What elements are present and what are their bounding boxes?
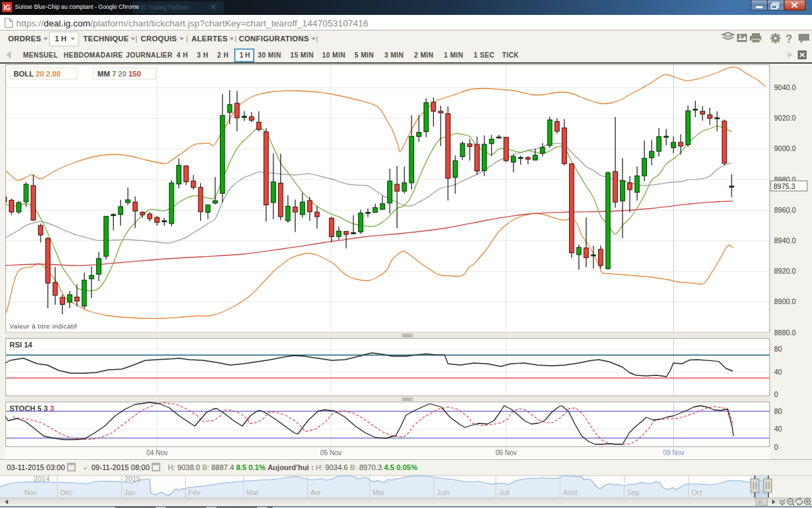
svg-text:8975.3: 8975.3	[773, 182, 795, 190]
svg-text:9020.0: 9020.0	[774, 114, 796, 122]
svg-text:03-11-2015 03:00: 03-11-2015 03:00	[7, 463, 65, 471]
svg-text:?: ?	[786, 33, 792, 45]
svg-text:8880.0: 8880.0	[774, 329, 796, 337]
svg-text:Août: Août	[563, 488, 578, 496]
svg-text:Juin: Juin	[436, 488, 449, 496]
svg-text:1 H: 1 H	[240, 51, 250, 59]
svg-text:RSI 14: RSI 14	[9, 341, 33, 349]
svg-text:80: 80	[774, 345, 782, 353]
svg-text:https://deal.ig.com/platform/c: https://deal.ig.com/platform/chart/tickc…	[16, 18, 368, 28]
svg-text:|: |	[135, 35, 137, 43]
svg-text:1 H: 1 H	[55, 35, 66, 43]
svg-text:9040.0: 9040.0	[774, 83, 796, 91]
svg-text:-: -	[84, 463, 87, 471]
svg-text:ORDRES: ORDRES	[8, 35, 41, 43]
svg-text:2014: 2014	[34, 475, 50, 483]
svg-text:CROQUIS: CROQUIS	[141, 35, 177, 43]
svg-text:Oct: Oct	[692, 488, 702, 496]
svg-text:5 MIN: 5 MIN	[355, 51, 374, 59]
svg-text:40: 40	[774, 368, 782, 376]
svg-text:ALERTES: ALERTES	[191, 35, 227, 43]
svg-text:H: 9038.0 B: 8887.4 8.5 0.1: H: 9038.0 B: 8887.4 8.5 0.1% Aujourd'hui…	[168, 463, 418, 471]
svg-text:8940.0: 8940.0	[774, 236, 796, 245]
svg-text:Sep: Sep	[627, 488, 640, 496]
svg-text:IG Trading Platform: IG Trading Platform	[141, 5, 189, 11]
svg-text:IG: IG	[3, 4, 11, 12]
svg-text:09-11-2015 08:00: 09-11-2015 08:00	[91, 463, 150, 471]
svg-text:Fév: Fév	[188, 488, 200, 496]
svg-text:Déc: Déc	[60, 488, 73, 496]
svg-text:Valeur à titre indicatif: Valeur à titre indicatif	[9, 322, 77, 330]
svg-text:Juil: Juil	[499, 488, 510, 496]
svg-text:Jan: Jan	[125, 488, 136, 496]
svg-text:10 MIN: 10 MIN	[322, 51, 346, 59]
svg-text:BOLL 20 2.00: BOLL 20 2.00	[14, 70, 61, 78]
svg-text:CONFIGURATIONS: CONFIGURATIONS	[239, 35, 309, 43]
svg-text:2 H: 2 H	[217, 51, 229, 59]
svg-text:9000.0: 9000.0	[774, 144, 796, 152]
svg-text:JOURNALIER: JOURNALIER	[126, 51, 173, 59]
svg-text:3 H: 3 H	[197, 51, 208, 59]
svg-text:|: |	[186, 35, 188, 43]
svg-text:Avr: Avr	[311, 488, 321, 496]
svg-text:|: |	[316, 35, 318, 43]
svg-text:1 SEC: 1 SEC	[474, 51, 495, 59]
svg-text:TICK: TICK	[502, 51, 519, 59]
svg-text:04 Nov: 04 Nov	[146, 449, 168, 457]
svg-text:40: 40	[774, 425, 782, 433]
svg-text:06 Nov: 06 Nov	[495, 449, 517, 457]
svg-text:Suisse Blue-Chip au comptant -: Suisse Blue-Chip au comptant - Google Ch…	[15, 3, 139, 10]
svg-text:80: 80	[774, 407, 782, 415]
svg-text:2 MIN: 2 MIN	[414, 51, 434, 59]
svg-text:8900.0: 8900.0	[774, 297, 796, 305]
svg-text:|: |	[235, 35, 237, 43]
svg-text:Mai: Mai	[372, 488, 384, 496]
svg-text:MENSUEL: MENSUEL	[23, 51, 58, 59]
svg-text:8960.0: 8960.0	[774, 206, 796, 214]
svg-text:3 MIN: 3 MIN	[384, 51, 404, 59]
svg-text:1 MIN: 1 MIN	[444, 51, 464, 59]
svg-text:Mar: Mar	[246, 488, 259, 496]
svg-text:0: 0	[774, 443, 778, 451]
svg-text:2015: 2015	[125, 475, 141, 483]
svg-text:05 Nov: 05 Nov	[320, 449, 342, 457]
svg-text:MM 7 20 150: MM 7 20 150	[97, 70, 141, 78]
svg-text:0: 0	[774, 390, 778, 398]
svg-text:HEBDOMADAIRE: HEBDOMADAIRE	[64, 51, 123, 59]
svg-text:4 H: 4 H	[177, 51, 188, 59]
svg-text:8920.0: 8920.0	[774, 267, 796, 275]
svg-text:30 MIN: 30 MIN	[258, 51, 281, 59]
svg-text:09 Nov: 09 Nov	[663, 449, 685, 457]
svg-text:15 MIN: 15 MIN	[290, 51, 314, 59]
svg-text:Nov: Nov	[24, 488, 37, 496]
svg-text:TECHNIQUE: TECHNIQUE	[83, 35, 129, 43]
